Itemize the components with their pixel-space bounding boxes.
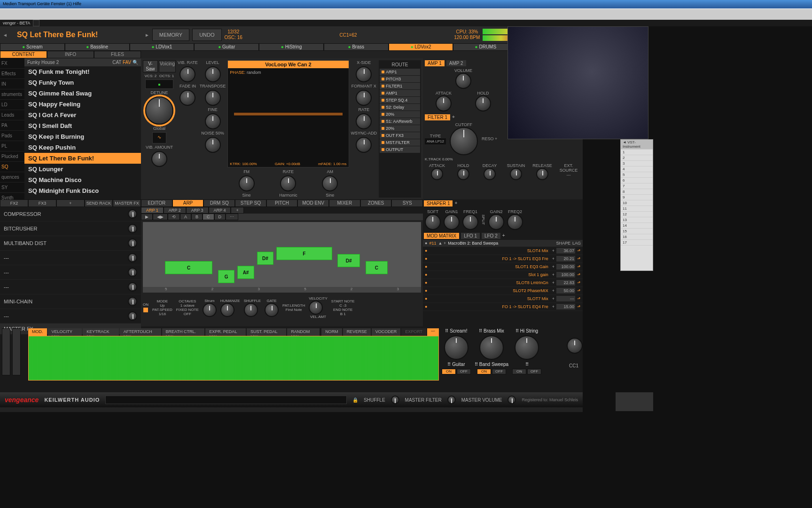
- export-btn[interactable]: EXPORT: [401, 328, 426, 336]
- rack-slot[interactable]: 8: [621, 189, 653, 195]
- lane-btn[interactable]: A: [180, 214, 191, 220]
- memory-button[interactable]: MEMORY: [152, 29, 189, 41]
- fx-slot[interactable]: ---: [0, 265, 141, 280]
- mod-tab[interactable]: MOD.: [28, 328, 47, 336]
- cat-quences[interactable]: quences: [0, 172, 24, 183]
- perf-tab[interactable]: KEYTRACK MW: [83, 328, 118, 336]
- prev-preset[interactable]: ◄: [3, 32, 8, 38]
- mod-wheel[interactable]: [12, 328, 21, 375]
- rack-slot[interactable]: 9: [621, 195, 653, 200]
- rack-slot[interactable]: 14: [621, 223, 653, 229]
- rack-slot[interactable]: 17: [621, 240, 653, 246]
- rack-slot[interactable]: 4: [621, 167, 653, 172]
- preset-name[interactable]: SQ Let There Be Funk!: [10, 31, 142, 39]
- fa-knob[interactable]: [431, 168, 443, 180]
- route-item[interactable]: ARP1: [380, 69, 420, 75]
- preset-item[interactable]: SQ Gimme Real Swag: [24, 88, 141, 99]
- cat-LD[interactable]: LD: [0, 100, 24, 110]
- wave-mode[interactable]: 〰: [427, 328, 439, 336]
- osc-tab-2[interactable]: ● LDVox1: [130, 43, 195, 51]
- vibrate-knob[interactable]: [180, 66, 195, 82]
- mod-row[interactable]: ●SLOT8 LmtrInGn+22.83⬏: [423, 279, 583, 287]
- undo-button[interactable]: UNDO: [192, 29, 221, 41]
- preset-item[interactable]: SQ Midnight Funk Disco: [24, 185, 141, 196]
- volume-knob[interactable]: [455, 73, 471, 89]
- cat-Leads[interactable]: Leads: [0, 110, 24, 120]
- tab-info[interactable]: INFO: [47, 51, 94, 58]
- lane-btn[interactable]: ⋯: [226, 214, 238, 220]
- mod-row[interactable]: ●SLOT1 EQ3 Gain+100.00⬏: [423, 263, 583, 271]
- vst-rack[interactable]: ◄ VST-Instrument 12345678910111213141516…: [620, 139, 653, 271]
- cat-SY[interactable]: SY: [0, 183, 24, 193]
- arp-grid[interactable]: 523523 CGA#D#FD#C: [143, 222, 421, 293]
- rack-slot[interactable]: 2: [621, 155, 653, 161]
- mvol-knob[interactable]: [508, 396, 516, 404]
- lane-btn[interactable]: D: [214, 214, 226, 220]
- fx-slot[interactable]: MINI-CHAIN: [0, 294, 141, 309]
- preset-item[interactable]: SQ Funky Town: [24, 77, 141, 88]
- cutoff-knob[interactable]: [450, 127, 478, 155]
- arp-tab[interactable]: +: [231, 207, 243, 214]
- osc-tab-4[interactable]: ● HiString: [259, 43, 324, 51]
- waveform-display[interactable]: VocLoop We Can 2 PHASE: random KTRK: 100…: [227, 60, 349, 167]
- rack-slot[interactable]: 1: [621, 150, 653, 155]
- perf-tab[interactable]: EXPR. PEDAL MW: [205, 328, 246, 336]
- osc-tab-5[interactable]: ● Brass: [324, 43, 389, 51]
- h-knob[interactable]: [475, 95, 491, 111]
- arp-note[interactable]: D#: [337, 254, 359, 267]
- preset-item[interactable]: SQ Keep Pushin: [24, 142, 141, 153]
- fx-tab[interactable]: +: [56, 199, 85, 207]
- perf-tab[interactable]: SUST. PEDAL MW: [247, 328, 286, 336]
- route-item[interactable]: S1: AAReverb: [380, 118, 420, 125]
- macro-knob[interactable]: [479, 335, 504, 360]
- rate2-knob[interactable]: [356, 113, 372, 129]
- osc-tab-0[interactable]: ● Scream: [0, 43, 65, 51]
- osc-tab-3[interactable]: ● Guitar: [194, 43, 259, 51]
- fx-slot[interactable]: ---: [0, 309, 141, 324]
- shuffle-knob2[interactable]: [391, 396, 399, 404]
- fine-knob[interactable]: [205, 113, 221, 129]
- preset-item[interactable]: SQ Let There Be Funk!: [24, 153, 141, 164]
- vocoder-btn[interactable]: VOCODER: [372, 328, 401, 336]
- fh-knob[interactable]: [457, 168, 469, 180]
- editor-tab[interactable]: EDITOR: [141, 199, 172, 207]
- lane-btn[interactable]: ◀▶: [153, 214, 168, 220]
- preset-item[interactable]: SQ Keep it Burning: [24, 131, 141, 142]
- am-knob[interactable]: [322, 175, 338, 191]
- lane-btn[interactable]: ▶: [141, 214, 153, 220]
- fx-tab[interactable]: FX2: [0, 199, 28, 207]
- mod-row[interactable]: ●FO 1 -> SLOT1 EQ4 Fre+15.00⬏: [423, 303, 583, 311]
- gate-knob[interactable]: [265, 303, 279, 317]
- mod-row[interactable]: ●Slot 1 gain+100.00⬏: [423, 271, 583, 279]
- fs-knob[interactable]: [510, 168, 522, 180]
- route-item[interactable]: STEP SQ.4: [380, 97, 420, 103]
- cat-Pads[interactable]: Pads: [0, 131, 24, 141]
- editor-tab[interactable]: PITCH: [266, 199, 298, 207]
- editor-tab[interactable]: DRM SQ: [203, 199, 235, 207]
- transpose-knob[interactable]: [205, 90, 221, 106]
- norm-btn[interactable]: NORM: [321, 328, 342, 336]
- cat-struments[interactable]: struments: [0, 89, 24, 100]
- f1-knob[interactable]: [462, 214, 478, 230]
- editor-tab[interactable]: ZONES: [360, 199, 392, 207]
- rack-slot[interactable]: 12: [621, 212, 653, 217]
- fx-tab[interactable]: FX3: [28, 199, 56, 207]
- macro-knob[interactable]: [444, 335, 468, 360]
- rack-slot[interactable]: 10: [621, 200, 653, 206]
- mod-row[interactable]: ●FO 1 -> SLOT1 EQ3 Fre+20.21⬏: [423, 255, 583, 263]
- arp-note[interactable]: F: [276, 247, 332, 260]
- cc-knob[interactable]: [567, 338, 583, 354]
- cat-FX[interactable]: FX: [0, 58, 24, 69]
- preset-item[interactable]: SQ Happy Feeling: [24, 99, 141, 110]
- shuffle-knob[interactable]: [244, 303, 258, 317]
- preset-dropdown[interactable]: [33, 20, 39, 26]
- g1-knob[interactable]: [444, 214, 460, 230]
- arp-note[interactable]: A#: [237, 266, 254, 279]
- arp-tab[interactable]: ARP 1: [141, 207, 164, 214]
- mixer-strip[interactable]: [616, 392, 653, 411]
- arp-note[interactable]: G: [218, 270, 235, 283]
- noise-knob[interactable]: [205, 137, 221, 153]
- wsync-knob[interactable]: [356, 137, 372, 153]
- a-knob[interactable]: [436, 95, 452, 111]
- editor-tab[interactable]: SYS: [391, 199, 423, 207]
